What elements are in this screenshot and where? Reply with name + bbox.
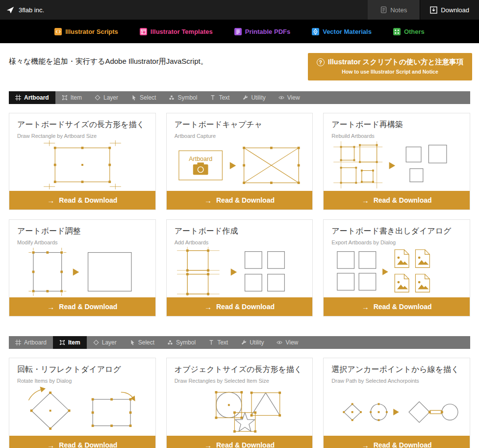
- item-icon: [62, 95, 68, 101]
- tab-label: Layer: [103, 94, 118, 101]
- card-draw-rectangle-by-artboard-size: アートボードサイズの長方形を描く Draw Rectangle by Artbo…: [9, 113, 156, 210]
- illustration-rotate-items: [14, 385, 151, 434]
- how-to-use-title: ? Illustrator スクリプトの使い方と注意事項: [313, 57, 467, 67]
- card-add-artboards: アートボード作成 Add Artboards → Read & Download: [166, 219, 313, 316]
- tab-symbol[interactable]: Symbol: [162, 91, 203, 104]
- illustration-draw-rectangles-item-size: [171, 385, 308, 434]
- download-label: Download: [441, 6, 469, 14]
- 3flab-logo-icon: [6, 5, 15, 14]
- arrow-right-icon: →: [204, 196, 212, 205]
- card-subtitle: Add Artboards: [167, 237, 313, 245]
- how-to-use-subtitle: How to use Illustrator Script and Notice: [313, 69, 467, 75]
- scripts-icon: [54, 28, 62, 35]
- tab-text[interactable]: Text: [202, 336, 234, 349]
- card-draw-rectangles-by-item-size: オブジェクトサイズの長方形を描く Draw Rectangles by Sele…: [166, 358, 313, 448]
- tab-label: Text: [217, 339, 228, 346]
- card-modify-artboards: アートボード調整 Modify Artboards → Read & Downl…: [9, 219, 156, 316]
- card-illustration: [324, 245, 470, 297]
- card-subtitle: Draw Rectangles by Selected Item Size: [167, 375, 313, 384]
- read-download-button[interactable]: → Read & Download: [324, 436, 470, 448]
- how-to-use-button[interactable]: ? Illustrator スクリプトの使い方と注意事項 How to use …: [308, 53, 472, 80]
- read-download-button[interactable]: → Read & Download: [9, 297, 155, 316]
- top-bar: 3flab inc. Notes Download: [0, 0, 479, 20]
- item-icon: [59, 340, 65, 345]
- nav-illustrator-scripts[interactable]: Illustrator Scripts: [54, 28, 118, 35]
- card-title: オブジェクトサイズの長方形を描く: [167, 358, 313, 375]
- tab-symbol[interactable]: Symbol: [161, 336, 202, 349]
- tab-select[interactable]: Select: [125, 91, 162, 104]
- card-export-artboards-dialog: アートボード書き出しダイアログ Export Artboards by Dial…: [323, 219, 470, 316]
- card-illustration: [9, 245, 155, 297]
- card-subtitle: Draw Rectangle by Artboard Size: [9, 130, 155, 139]
- tab-text[interactable]: Text: [203, 91, 236, 104]
- card-title: アートボード作成: [167, 220, 313, 237]
- card-illustration: [324, 384, 470, 436]
- question-mark-icon: ?: [317, 58, 325, 66]
- tab-item[interactable]: Item: [55, 91, 88, 104]
- download-button[interactable]: Download: [420, 0, 479, 20]
- wrench-icon: [241, 340, 247, 345]
- artboard-cards-grid: アートボードサイズの長方形を描く Draw Rectangle by Artbo…: [0, 104, 479, 325]
- text-icon: [208, 340, 214, 345]
- illustration-draw-path-anchorpoints: [328, 385, 465, 434]
- card-subtitle: Modify Artboards: [9, 237, 155, 245]
- illustration-modify-artboards: [14, 247, 151, 296]
- nav-others[interactable]: Others: [393, 28, 425, 35]
- tab-view[interactable]: View: [270, 336, 304, 349]
- card-title: 回転・リフレクトダイアログ: [9, 358, 155, 375]
- arrow-right-icon: →: [362, 303, 369, 311]
- card-subtitle: Artboard Capture: [167, 130, 313, 139]
- tab-select[interactable]: Select: [123, 336, 161, 349]
- text-icon: [210, 95, 216, 101]
- illustration-artboard-capture: Artboard: [171, 140, 308, 189]
- notes-button[interactable]: Notes: [368, 0, 420, 20]
- main-navigation: Illustrator Scripts Illustrator Template…: [0, 20, 479, 43]
- read-download-button[interactable]: → Read & Download: [9, 191, 155, 210]
- tab-view[interactable]: View: [272, 91, 306, 104]
- templates-icon: [140, 28, 147, 35]
- card-illustration: Artboard: [167, 139, 313, 191]
- read-download-button[interactable]: → Read & Download: [167, 297, 313, 316]
- tab-utility[interactable]: Utility: [234, 336, 270, 349]
- tab-artboard[interactable]: Artboard: [9, 91, 55, 104]
- tab-label: Utility: [250, 339, 264, 346]
- symbol-icon: [167, 340, 173, 345]
- illustration-rebuild-artboards: [328, 140, 465, 189]
- read-download-button[interactable]: → Read & Download: [324, 297, 470, 316]
- tab-label: View: [287, 94, 300, 101]
- arrow-right-icon: →: [47, 196, 54, 205]
- nav-illustrator-templates[interactable]: Illustrator Templates: [140, 28, 213, 35]
- nav-vector-materials[interactable]: Vector Materials: [312, 28, 372, 35]
- view-eye-icon: [277, 340, 282, 345]
- read-download-button[interactable]: → Read & Download: [167, 436, 313, 448]
- card-rotate-items-dialog: 回転・リフレクトダイアログ Rotate Items by Dialog: [9, 358, 156, 448]
- topbar-actions: Notes Download: [368, 0, 479, 20]
- tab-label: Item: [71, 94, 82, 101]
- tab-utility[interactable]: Utility: [236, 91, 272, 104]
- read-download-button[interactable]: → Read & Download: [167, 191, 313, 210]
- wrench-icon: [242, 95, 248, 101]
- card-illustration: [167, 384, 313, 436]
- tab-label: Artboard: [24, 339, 47, 346]
- nav-label: Vector Materials: [323, 28, 372, 35]
- card-title: アートボードキャプチャ: [167, 113, 313, 130]
- tab-artboard[interactable]: Artboard: [9, 336, 53, 349]
- read-download-button[interactable]: → Read & Download: [324, 191, 470, 210]
- arrow-right-icon: →: [47, 441, 54, 448]
- arrow-right-icon: →: [362, 196, 369, 205]
- read-download-button[interactable]: → Read & Download: [9, 436, 155, 448]
- download-icon: [430, 6, 437, 14]
- card-rebuild-artboards: アートボード再構築 Rebuild Artboards: [323, 113, 470, 210]
- tab-label: Artboard: [24, 94, 49, 101]
- nav-label: Illustrator Scripts: [65, 28, 118, 35]
- card-title: 選択アンカーポイントから線を描く: [324, 358, 470, 375]
- tab-item[interactable]: Item: [53, 336, 87, 349]
- nav-printable-pdfs[interactable]: Printable PDFs: [234, 28, 290, 35]
- logo[interactable]: 3flab inc.: [0, 5, 44, 14]
- tab-label: Symbol: [176, 339, 196, 346]
- card-draw-path-by-anchorpoints: 選択アンカーポイントから線を描く Draw Path by Selected A…: [323, 358, 470, 448]
- category-tabbar-item-section: Artboard Item Layer Select Symbol Text U…: [9, 336, 470, 349]
- tab-label: Layer: [102, 339, 117, 346]
- tab-layer[interactable]: Layer: [88, 91, 125, 104]
- tab-layer[interactable]: Layer: [87, 336, 123, 349]
